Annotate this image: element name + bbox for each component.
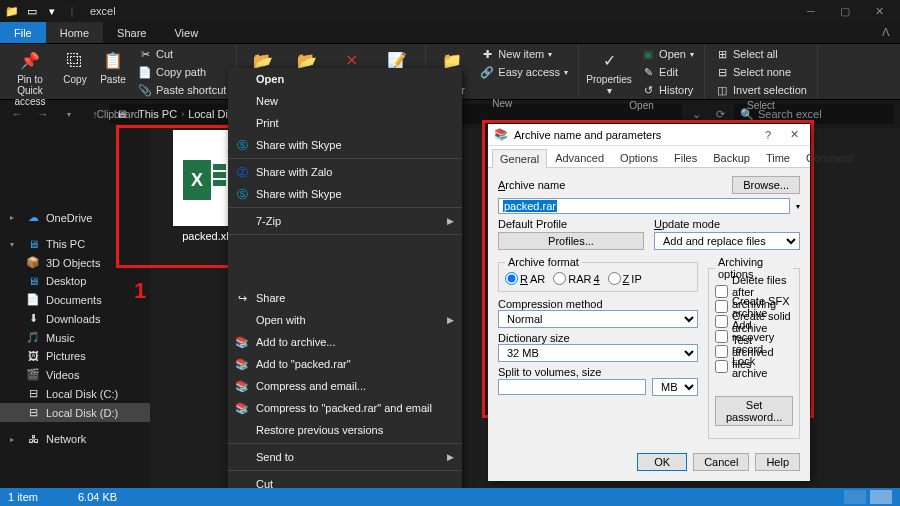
- dialog-tab-general[interactable]: General: [492, 149, 547, 168]
- ctx-7zip[interactable]: 7-Zip▶: [228, 210, 462, 232]
- ok-button[interactable]: OK: [637, 453, 687, 471]
- pin-to-quick-access-button[interactable]: 📌 Pin to Quick access: [6, 46, 54, 107]
- dialog-tab-comment[interactable]: Comment: [798, 148, 862, 167]
- cut-button[interactable]: ✂Cut: [134, 46, 230, 62]
- sidebar-item-music[interactable]: 🎵Music: [0, 328, 150, 347]
- invert-icon: ◫: [715, 84, 729, 97]
- edit-button[interactable]: ✎Edit: [637, 64, 698, 80]
- chevron-right-icon: ▶: [447, 315, 454, 325]
- ctx-add-to-archive[interactable]: 📚Add to archive...: [228, 331, 462, 353]
- dialog-tab-time[interactable]: Time: [758, 148, 798, 167]
- titlebar: 📁 ▭ ▾ | excel ─ ▢ ✕: [0, 0, 900, 22]
- help-button[interactable]: Help: [755, 453, 800, 471]
- ctx-open[interactable]: Open: [228, 68, 462, 90]
- dialog-title: Archive name and parameters: [514, 129, 661, 141]
- dialog-tab-backup[interactable]: Backup: [705, 148, 758, 167]
- browse-button[interactable]: Browse...: [732, 176, 800, 194]
- archive-name-dropdown[interactable]: ▾: [796, 202, 800, 211]
- archive-format-label: Archive format: [505, 256, 582, 268]
- sidebar-item-onedrive[interactable]: ▸☁OneDrive: [0, 208, 150, 227]
- ctx-share-zalo[interactable]: ⓏShare with Zalo: [228, 161, 462, 183]
- ctx-print[interactable]: Print: [228, 112, 462, 134]
- cancel-button[interactable]: Cancel: [693, 453, 749, 471]
- close-button[interactable]: ✕: [862, 0, 896, 22]
- maximize-button[interactable]: ▢: [828, 0, 862, 22]
- ctx-compress-packed-email[interactable]: 📚Compress to "packed.rar" and email: [228, 397, 462, 419]
- radio-rar4[interactable]: RAR4: [553, 272, 599, 285]
- ctx-open-with[interactable]: Open with▶: [228, 309, 462, 331]
- paste-shortcut-icon: 📎: [138, 84, 152, 97]
- chevron-right-icon: ▶: [447, 452, 454, 462]
- profiles-button[interactable]: Profiles...: [498, 232, 644, 250]
- ctx-compress-email[interactable]: 📚Compress and email...: [228, 375, 462, 397]
- tab-home[interactable]: Home: [46, 22, 103, 43]
- group-clipboard-label: Clipboard: [6, 107, 230, 122]
- sidebar-item-network[interactable]: ▸🖧Network: [0, 430, 150, 448]
- status-bar: 1 item 6.04 KB: [0, 488, 900, 506]
- sidebar-item-this-pc[interactable]: ▾🖥This PC: [0, 235, 150, 253]
- archiving-options-group: Archiving options Delete files after arc…: [708, 256, 800, 439]
- open-icon: ▣: [641, 48, 655, 61]
- tab-file[interactable]: File: [0, 22, 46, 43]
- paste-icon: 📋: [101, 48, 125, 72]
- sidebar-item-videos[interactable]: 🎬Videos: [0, 365, 150, 384]
- sidebar-item-documents[interactable]: 📄Documents: [0, 290, 150, 309]
- dialog-tab-advanced[interactable]: Advanced: [547, 148, 612, 167]
- split-unit-select[interactable]: MB: [652, 378, 698, 396]
- dictionary-select[interactable]: 32 MB: [498, 344, 698, 362]
- compression-select[interactable]: Normal: [498, 310, 698, 328]
- dialog-close-button[interactable]: ✕: [784, 128, 804, 141]
- update-mode-select[interactable]: Add and replace files: [654, 232, 800, 250]
- ctx-sep: [228, 470, 462, 471]
- split-size-input[interactable]: [498, 379, 646, 395]
- paste-shortcut-button[interactable]: 📎Paste shortcut: [134, 82, 230, 98]
- copy-path-button[interactable]: 📄Copy path: [134, 64, 230, 80]
- dialog-tabs: General Advanced Options Files Backup Ti…: [488, 146, 810, 168]
- radio-zip[interactable]: ZIP: [608, 272, 642, 285]
- set-password-button[interactable]: Set password...: [715, 396, 793, 426]
- new-item-button[interactable]: ✚New item ▾: [476, 46, 572, 62]
- ctx-send-to[interactable]: Send to▶: [228, 446, 462, 468]
- select-all-button[interactable]: ⊞Select all: [711, 46, 811, 62]
- copy-button[interactable]: ⿻ Copy: [58, 46, 92, 85]
- archive-name-value: packed.rar: [503, 200, 557, 212]
- sidebar-item-pictures[interactable]: 🖼Pictures: [0, 347, 150, 365]
- paste-button[interactable]: 📋 Paste: [96, 46, 130, 85]
- dialog-tab-options[interactable]: Options: [612, 148, 666, 167]
- open-button[interactable]: ▣Open ▾: [637, 46, 698, 62]
- dialog-tab-files[interactable]: Files: [666, 148, 705, 167]
- radio-rar[interactable]: RAR: [505, 272, 545, 285]
- pin-icon: 📌: [18, 48, 42, 72]
- check-lock[interactable]: Lock archive: [715, 359, 793, 374]
- dialog-help-button[interactable]: ?: [758, 129, 778, 141]
- ctx-restore-versions[interactable]: Restore previous versions: [228, 419, 462, 441]
- tab-share[interactable]: Share: [103, 22, 160, 43]
- sidebar-item-3d-objects[interactable]: 📦3D Objects: [0, 253, 150, 272]
- sidebar-item-local-disk-c[interactable]: ⊟Local Disk (C:): [0, 384, 150, 403]
- archive-name-input[interactable]: packed.rar: [498, 198, 790, 214]
- archive-name-label: Archive name: [498, 179, 565, 191]
- qat-dropdown-icon[interactable]: ▾: [44, 3, 60, 19]
- minimize-button[interactable]: ─: [794, 0, 828, 22]
- view-details-button[interactable]: [844, 490, 866, 504]
- select-none-button[interactable]: ⊟Select none: [711, 64, 811, 80]
- ctx-share[interactable]: ↪Share: [228, 287, 462, 309]
- properties-button[interactable]: ✓Properties▾: [585, 46, 633, 96]
- nav-sidebar: ▸☁OneDrive ▾🖥This PC 📦3D Objects 🖥Deskto…: [0, 128, 150, 488]
- easy-access-button[interactable]: 🔗Easy access ▾: [476, 64, 572, 80]
- sidebar-item-downloads[interactable]: ⬇Downloads: [0, 309, 150, 328]
- ctx-new[interactable]: New: [228, 90, 462, 112]
- invert-selection-button[interactable]: ◫Invert selection: [711, 82, 811, 98]
- collapse-ribbon-button[interactable]: ᐱ: [872, 22, 900, 43]
- view-large-icons-button[interactable]: [870, 490, 892, 504]
- easy-access-icon: 🔗: [480, 66, 494, 79]
- qat-checkbox-icon[interactable]: ▭: [24, 3, 40, 19]
- ctx-share-skype[interactable]: ⓈShare with Skype: [228, 134, 462, 156]
- tab-view[interactable]: View: [160, 22, 212, 43]
- history-button[interactable]: ↺History: [637, 82, 698, 98]
- ctx-share-skype-2[interactable]: ⓈShare with Skype: [228, 183, 462, 205]
- ctx-add-to-packed-rar[interactable]: 📚Add to "packed.rar": [228, 353, 462, 375]
- select-all-icon: ⊞: [715, 48, 729, 61]
- sidebar-item-desktop[interactable]: 🖥Desktop: [0, 272, 150, 290]
- sidebar-item-local-disk-d[interactable]: ⊟Local Disk (D:): [0, 403, 150, 422]
